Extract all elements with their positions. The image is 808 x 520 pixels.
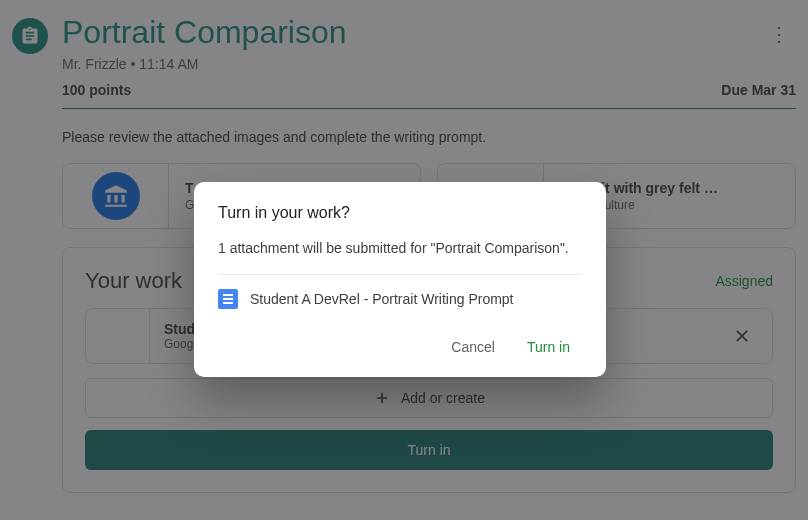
turn-in-dialog: Turn in your work? 1 attachment will be …: [194, 182, 606, 377]
google-doc-icon: [218, 289, 238, 309]
dialog-file-row: Student A DevRel - Portrait Writing Prom…: [218, 289, 582, 309]
cancel-button[interactable]: Cancel: [439, 331, 507, 363]
dialog-title: Turn in your work?: [218, 204, 582, 222]
dialog-divider: [218, 274, 582, 275]
confirm-turn-in-button[interactable]: Turn in: [515, 331, 582, 363]
dialog-message: 1 attachment will be submitted for "Port…: [218, 240, 582, 256]
dialog-file-name: Student A DevRel - Portrait Writing Prom…: [250, 291, 514, 307]
assignment-page: Portrait Comparison Mr. Frizzle • 11:14 …: [0, 0, 808, 520]
dialog-actions: Cancel Turn in: [218, 331, 582, 363]
